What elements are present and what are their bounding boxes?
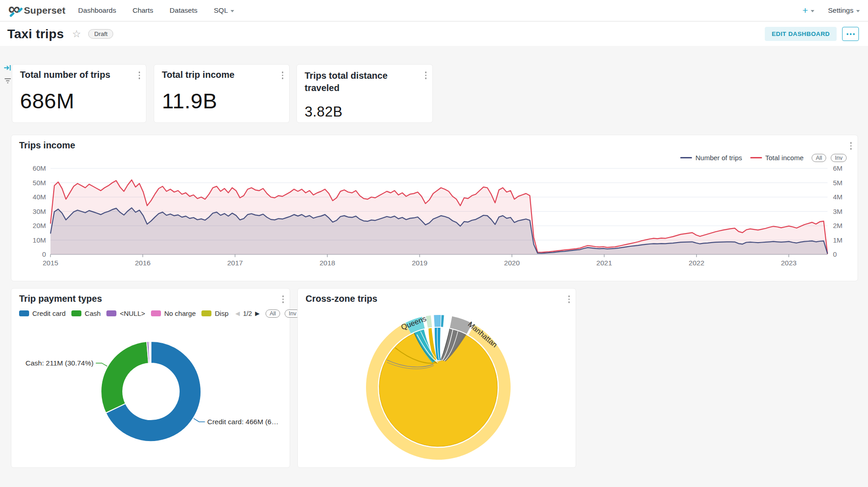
chevron-down-icon [231, 10, 234, 12]
dashboard-header: Taxi trips ☆ Draft EDIT DASHBOARD [0, 22, 868, 46]
kpi-card-trip-income: Total trip income 11.9B [154, 64, 290, 123]
svg-text:2023: 2023 [781, 259, 797, 267]
filter-funnel-icon[interactable] [4, 78, 11, 85]
svg-text:Credit card: 466M (6…: Credit card: 466M (6… [207, 418, 279, 426]
trips-income-line-chart[interactable]: 0010M1M20M2M30M3M40M4M50M5M60M6M20152016… [11, 135, 858, 281]
svg-text:2020: 2020 [504, 259, 520, 267]
svg-text:60M: 60M [33, 164, 46, 172]
kpi-title: Total trip income [162, 70, 235, 80]
svg-text:30M: 30M [33, 208, 46, 215]
svg-text:0: 0 [42, 250, 46, 258]
new-item-button[interactable]: + [803, 7, 814, 14]
brand-name: Superset [24, 5, 65, 16]
svg-text:2022: 2022 [689, 259, 704, 267]
kebab-menu-icon[interactable] [281, 70, 285, 81]
kpi-value: 11.9B [162, 88, 217, 113]
trip-payment-types-card: Trip payment types Credit card Cash <NUL… [11, 288, 290, 468]
kebab-menu-icon[interactable] [424, 70, 428, 81]
svg-text:2018: 2018 [320, 259, 335, 267]
svg-text:2M: 2M [833, 222, 843, 229]
svg-text:2017: 2017 [227, 259, 243, 267]
top-navbar: ∞ Superset Dashboards Charts Datasets SQ… [0, 0, 868, 21]
kpi-title: Total number of trips [20, 70, 110, 80]
svg-text:40M: 40M [33, 193, 46, 201]
kpi-card-total-trips: Total number of trips 686M [12, 64, 146, 123]
more-options-button[interactable] [842, 27, 859, 41]
superset-dashboard: ∞ Superset Dashboards Charts Datasets SQ… [0, 0, 868, 487]
expand-filter-bar-icon[interactable] [4, 64, 12, 71]
kpi-value: 686M [20, 88, 75, 113]
svg-text:0: 0 [833, 250, 837, 258]
payment-types-donut-chart[interactable]: Cash: 211M (30.74%)Credit card: 466M (6… [11, 289, 290, 467]
svg-text:6M: 6M [833, 164, 843, 172]
kebab-menu-icon[interactable] [137, 70, 142, 81]
svg-text:Cash: 211M (30.74%): Cash: 211M (30.74%) [25, 359, 94, 367]
svg-text:2019: 2019 [412, 259, 427, 267]
settings-menu[interactable]: Settings [828, 6, 860, 15]
favorite-star-icon[interactable]: ☆ [72, 30, 81, 39]
edit-dashboard-button[interactable]: EDIT DASHBOARD [765, 27, 837, 41]
dashboard-content: Total number of trips 686M Total trip in… [0, 46, 868, 487]
svg-text:5M: 5M [833, 179, 843, 187]
svg-text:20M: 20M [33, 222, 46, 229]
kpi-title: Trips total distance traveled [305, 70, 414, 94]
cross-zone-trips-card: Cross-zone trips QueensManhattan [297, 288, 576, 468]
nav-datasets[interactable]: Datasets [170, 6, 197, 15]
status-badge: Draft [88, 29, 113, 39]
svg-text:50M: 50M [33, 179, 46, 187]
nav-charts[interactable]: Charts [132, 6, 153, 15]
trips-income-chart-card: Trips income Number of trips Total incom… [11, 135, 858, 281]
svg-text:1M: 1M [833, 236, 843, 244]
superset-logo[interactable]: ∞ Superset [8, 5, 65, 16]
chevron-down-icon [856, 10, 860, 12]
svg-text:2021: 2021 [597, 259, 612, 267]
svg-text:2016: 2016 [135, 259, 151, 267]
nav-dashboards[interactable]: Dashboards [78, 6, 116, 15]
svg-text:2015: 2015 [43, 259, 58, 267]
page-title: Taxi trips [7, 27, 64, 41]
nav-sql[interactable]: SQL [214, 6, 234, 15]
kpi-card-total-distance: Trips total distance traveled 3.82B [296, 64, 433, 123]
cross-zone-chord-chart[interactable]: QueensManhattan [298, 289, 576, 467]
svg-text:3M: 3M [833, 208, 843, 215]
chevron-down-icon [811, 10, 814, 12]
svg-text:4M: 4M [833, 193, 843, 201]
infinity-logo-icon: ∞ [8, 5, 20, 14]
svg-text:10M: 10M [33, 236, 46, 244]
kpi-value: 3.82B [305, 104, 343, 120]
